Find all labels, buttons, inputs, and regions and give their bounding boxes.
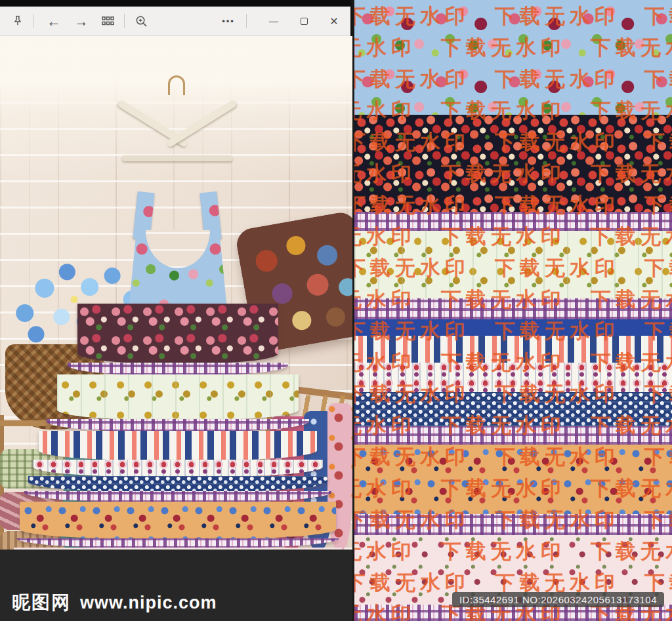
image-id-badge: ID:35442691 NO:20260324205613173104: [452, 592, 664, 607]
minimize-button[interactable]: —: [262, 10, 285, 32]
fabric-panel-purple-plaid-3: [354, 426, 672, 445]
fabric-panel-royal-blue-paisley: [354, 319, 672, 336]
viewer-toolbar: ← →: [0, 7, 350, 36]
fabric-panel-coral-navy-stripes: [354, 336, 672, 363]
back-arrow-icon: ←: [47, 14, 61, 28]
fabric-panel-purple-plaid-4: [354, 514, 672, 535]
screenshot-root: ← →: [0, 0, 672, 621]
window-top-edge: [0, 0, 350, 7]
fabric-panel-blue-floral: [354, 0, 672, 115]
dress-tier-stripe-band: [39, 431, 317, 461]
fabric-panel-purple-plaid-1: [354, 212, 672, 231]
fabric-column: 下载无水印 下载无水印 下载无水印下载无水印 下载无水印 下载无水印下载无水印 …: [354, 0, 672, 621]
dress-tier-orange-tier: [20, 502, 336, 540]
grid-icon: [102, 16, 114, 26]
dress-tier-plaid-ruffle-1: [68, 363, 288, 376]
forward-arrow-icon: →: [75, 14, 89, 28]
dress-tier-red-floral-tier: [77, 304, 278, 364]
close-button[interactable]: ✕: [323, 10, 345, 32]
more-options-button[interactable]: •••: [217, 10, 240, 32]
nipic-logo-text: 昵图网: [12, 590, 71, 615]
maximize-button[interactable]: [293, 10, 315, 32]
dress-tier-navy-band: [28, 476, 327, 492]
dress-tier-plaid-ruffle-2: [47, 419, 309, 432]
nipic-watermark-bar: 昵图网 www.nipic.com: [0, 550, 352, 621]
fabric-panel-flower-dot-rows: [354, 363, 672, 392]
nipic-url-text: www.nipic.com: [80, 593, 217, 613]
forward-button[interactable]: →: [70, 10, 93, 32]
maximize-icon: [301, 18, 308, 25]
dress-tier-cream-tier: [57, 374, 299, 420]
close-icon: ✕: [329, 15, 338, 28]
gallery-view-button[interactable]: [96, 10, 119, 32]
fabric-panel-navy-white-dots: [354, 392, 672, 426]
fabric-panel-cream-sprigs: [354, 231, 672, 298]
toolbar-divider: [124, 14, 125, 28]
toolbar-divider: [33, 14, 33, 28]
back-button[interactable]: ←: [43, 10, 65, 32]
zoom-in-magnifier-icon: [135, 14, 148, 28]
minimize-icon: —: [269, 16, 278, 26]
dress: [0, 36, 352, 550]
toolbar-divider: [246, 14, 247, 28]
fabric-panel-red-roses-navy: [354, 115, 672, 212]
dress-tier-dot-band: [33, 460, 323, 477]
pushpin-icon: [11, 14, 24, 28]
pin-button[interactable]: [7, 10, 29, 32]
fabric-panel-orange-floral: [354, 445, 672, 514]
photo-viewer-window: ← →: [0, 0, 352, 621]
ellipsis-icon: •••: [222, 16, 235, 26]
fabric-panel-purple-plaid-2: [354, 298, 672, 319]
zoom-button[interactable]: [130, 10, 152, 32]
photo-canvas: [0, 36, 352, 550]
